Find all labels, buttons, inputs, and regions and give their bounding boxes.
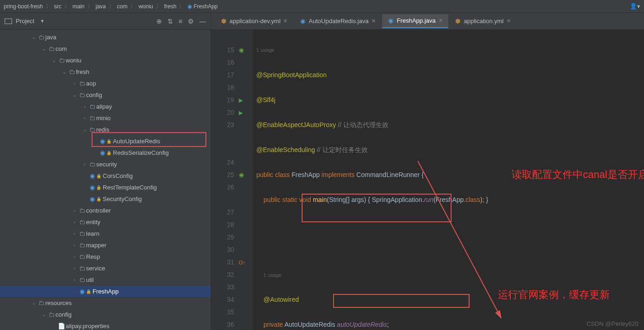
- gear-icon[interactable]: ⚙: [188, 18, 194, 25]
- breadcrumb[interactable]: pring-boot-fresh〉 src〉 main〉 java〉 com〉 …: [4, 2, 218, 10]
- chevron-down-icon[interactable]: ▼: [40, 18, 44, 24]
- tree-item[interactable]: ◉🔒FreshApp: [0, 286, 211, 297]
- line-gutter[interactable]: 1516171819202324252627282930313233343536: [211, 30, 239, 330]
- breadcrumb-bar: pring-boot-fresh〉 src〉 main〉 java〉 com〉 …: [0, 0, 644, 13]
- tree-item[interactable]: ⌄🗀resources: [0, 297, 211, 309]
- editor-tab[interactable]: ◉FreshApp.java✕: [382, 14, 448, 28]
- editor-tab[interactable]: ◉AutoUpdateRedis.java✕: [294, 14, 381, 28]
- project-tree[interactable]: ⌄🗀java⌄🗀com⌄🗀woniu⌄🗀fresh›🗀aop⌄🗀config›🗀…: [0, 30, 211, 330]
- project-header[interactable]: Project ▼ ⊕ ⇅ ≡ ⚙ —: [0, 13, 211, 30]
- editor-tab[interactable]: ⬢application-dev.yml✕: [215, 14, 293, 28]
- tree-item[interactable]: ›🗀Resp: [0, 251, 211, 263]
- tree-item[interactable]: ⌄🗀woniu: [0, 55, 211, 66]
- tree-item[interactable]: ›🗀entity: [0, 216, 211, 228]
- tree-item[interactable]: ◉🔒AutoUpdateRedis: [0, 135, 211, 147]
- tree-item[interactable]: ›🗀mapper: [0, 239, 211, 251]
- gutter-icons: ❀▶▶❀O↑: [239, 30, 253, 330]
- project-title: Project: [16, 18, 34, 24]
- tree-item[interactable]: ◉🔒RestTemplateConfig: [0, 182, 211, 193]
- target-icon[interactable]: ⊕: [156, 18, 162, 25]
- tree-item[interactable]: ⌄🗀config: [0, 89, 211, 101]
- editor-tabs[interactable]: ⬢application-dev.yml✕◉AutoUpdateRedis.ja…: [211, 13, 644, 30]
- watermark: CSDN @Perley620: [587, 320, 638, 327]
- tree-item[interactable]: 📄alipay.properties: [0, 320, 211, 330]
- tree-item[interactable]: ⌄🗀java: [0, 31, 211, 43]
- tree-item[interactable]: ◉🔒RedisSerializeConfig: [0, 147, 211, 159]
- tree-item[interactable]: ⌄🗀fresh: [0, 66, 211, 78]
- tree-item[interactable]: ›🗀controller: [0, 205, 211, 216]
- close-icon[interactable]: ✕: [283, 18, 287, 24]
- tree-item[interactable]: ›🗀security: [0, 159, 211, 170]
- tree-item[interactable]: ◉🔒SecurityConfig: [0, 193, 211, 205]
- tree-item[interactable]: ›🗀learn: [0, 228, 211, 239]
- bc-root[interactable]: pring-boot-fresh: [4, 3, 43, 10]
- project-sidebar: Project ▼ ⊕ ⇅ ≡ ⚙ — ⌄🗀java⌄🗀com⌄🗀woniu⌄🗀…: [0, 13, 211, 330]
- bc-current[interactable]: ◉ FreshApp: [187, 3, 217, 10]
- tree-item[interactable]: ›🗀alipay: [0, 101, 211, 112]
- tree-item[interactable]: ›🗀util: [0, 274, 211, 286]
- close-icon[interactable]: ✕: [439, 18, 443, 24]
- tree-item[interactable]: ⌄🗀redis: [0, 124, 211, 135]
- tree-item[interactable]: ›🗀aop: [0, 78, 211, 89]
- tree-item[interactable]: ◉🔒CorsConfig: [0, 170, 211, 182]
- tree-item[interactable]: ⌄🗀com: [0, 43, 211, 55]
- project-icon: [5, 18, 12, 24]
- editor-area: ⬢application-dev.yml✕◉AutoUpdateRedis.ja…: [211, 13, 644, 330]
- tree-item[interactable]: ›🗀minio: [0, 112, 211, 124]
- close-icon[interactable]: ✕: [507, 18, 511, 24]
- close-icon[interactable]: ✕: [372, 18, 376, 24]
- collapse-icon[interactable]: ≡: [179, 18, 182, 25]
- code-editor[interactable]: 1 usage @SpringBootApplication @Slf4j @E…: [253, 30, 644, 330]
- tree-item[interactable]: ⌄🗀config: [0, 309, 211, 320]
- editor-tab[interactable]: ⬢application.yml✕: [449, 14, 516, 28]
- tree-item[interactable]: ›🗀service: [0, 263, 211, 274]
- hide-icon[interactable]: —: [199, 18, 206, 25]
- sidebar-toolbar: ⊕ ⇅ ≡ ⚙ —: [156, 18, 206, 25]
- user-menu-icon[interactable]: 👤▾: [630, 3, 640, 10]
- expand-icon[interactable]: ⇅: [167, 18, 173, 25]
